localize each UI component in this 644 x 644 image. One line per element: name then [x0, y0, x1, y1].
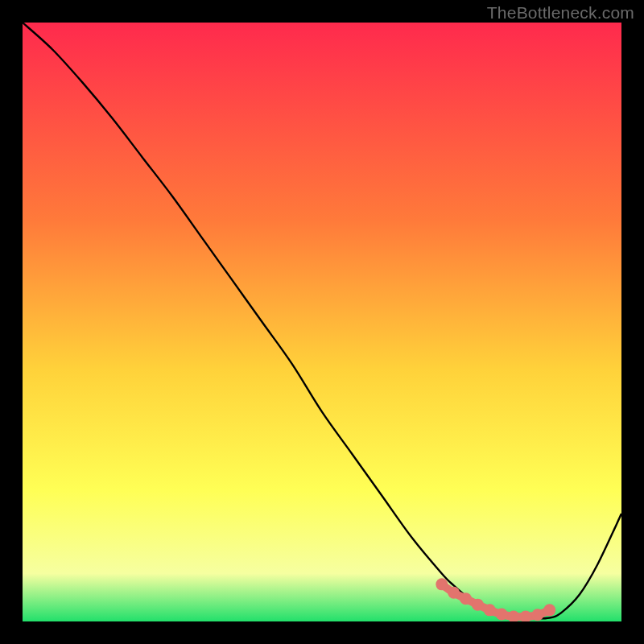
plot-inner	[23, 23, 621, 621]
curve-layer	[23, 23, 621, 621]
optimal-marker	[484, 604, 496, 616]
optimal-marker	[472, 599, 484, 611]
bottleneck-curve	[23, 23, 621, 618]
optimal-marker	[436, 578, 448, 590]
watermark-text: TheBottleneck.com	[487, 3, 634, 23]
optimal-marker	[531, 609, 543, 621]
chart-frame: TheBottleneck.com	[0, 0, 644, 644]
optimal-marker	[496, 609, 508, 621]
optimal-marker	[460, 592, 472, 605]
plot-area	[23, 23, 621, 621]
optimal-marker	[448, 587, 460, 599]
optimal-marker	[543, 604, 555, 616]
